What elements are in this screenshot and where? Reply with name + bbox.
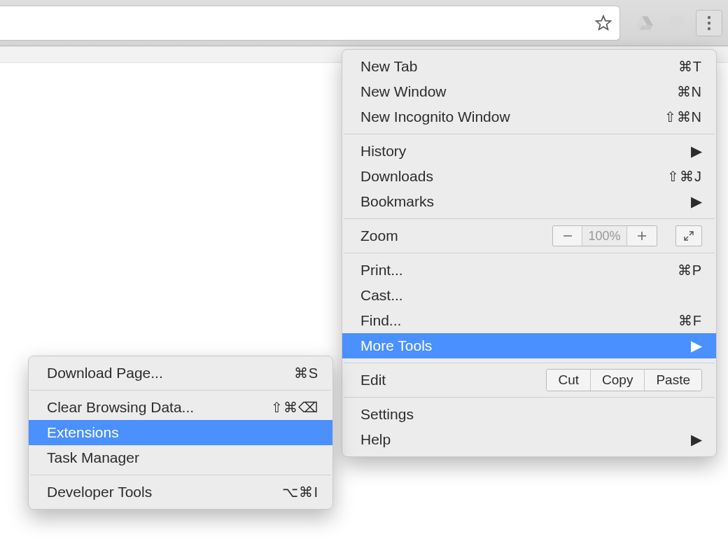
menu-label: Print... xyxy=(360,262,678,279)
menu-item-edit: Edit Cut Copy Paste xyxy=(342,368,716,393)
menu-label: Cast... xyxy=(360,287,702,304)
menu-separator xyxy=(344,397,715,398)
svg-point-3 xyxy=(708,27,710,29)
submenu-arrow-icon: ▶ xyxy=(691,337,702,354)
menu-shortcut: ⌘T xyxy=(678,58,702,75)
menu-item-bookmarks[interactable]: Bookmarks ▶ xyxy=(342,189,716,214)
submenu-item-download-page[interactable]: Download Page... ⌘S xyxy=(29,360,332,386)
cut-button[interactable]: Cut xyxy=(547,370,591,391)
menu-shortcut: ⌘F xyxy=(678,312,702,329)
submenu-item-developer-tools[interactable]: Developer Tools ⌥⌘I xyxy=(29,479,332,505)
menu-label: Edit xyxy=(360,372,546,388)
svg-marker-0 xyxy=(596,15,611,29)
menu-label: Task Manager xyxy=(47,449,318,466)
menu-item-settings[interactable]: Settings xyxy=(342,402,716,427)
chrome-menu-button[interactable] xyxy=(696,10,722,36)
submenu-arrow-icon: ▶ xyxy=(691,143,702,160)
address-bar[interactable] xyxy=(0,6,620,41)
svg-point-1 xyxy=(708,15,710,18)
submenu-item-task-manager[interactable]: Task Manager xyxy=(29,445,332,470)
menu-item-zoom: Zoom 100% xyxy=(342,223,716,248)
copy-button[interactable]: Copy xyxy=(591,370,645,391)
edit-button-group: Cut Copy Paste xyxy=(546,369,702,391)
menu-label: History xyxy=(360,143,691,160)
menu-shortcut: ⇧⌘J xyxy=(667,168,702,185)
menu-item-downloads[interactable]: Downloads ⇧⌘J xyxy=(342,164,716,189)
menu-separator xyxy=(344,134,715,134)
menu-label: Download Page... xyxy=(47,365,294,382)
menu-label: Zoom xyxy=(360,227,552,244)
menu-item-more-tools[interactable]: More Tools ▶ xyxy=(342,333,716,358)
zoom-group: 100% xyxy=(552,225,657,246)
adblock-extension-icon[interactable] xyxy=(664,10,690,36)
menu-label: Find... xyxy=(360,312,678,329)
menu-shortcut: ⌥⌘I xyxy=(282,484,318,500)
toolbar-extension-icons xyxy=(631,10,722,36)
address-bar-container xyxy=(0,6,620,41)
menu-separator xyxy=(30,475,331,475)
zoom-out-button[interactable] xyxy=(553,226,582,246)
menu-item-new-tab[interactable]: New Tab ⌘T xyxy=(342,54,716,79)
menu-item-new-window[interactable]: New Window ⌘N xyxy=(342,79,716,104)
menu-item-help[interactable]: Help ▶ xyxy=(342,427,716,452)
menu-label: Settings xyxy=(360,406,702,423)
menu-label: New Window xyxy=(360,83,677,100)
menu-label: New Tab xyxy=(360,58,678,75)
zoom-in-button[interactable] xyxy=(627,226,657,246)
menu-shortcut: ⌘S xyxy=(294,365,318,382)
paste-button[interactable]: Paste xyxy=(645,370,701,391)
menu-label: Clear Browsing Data... xyxy=(47,399,271,416)
zoom-value: 100% xyxy=(582,226,627,246)
menu-item-print[interactable]: Print... ⌘P xyxy=(342,258,716,283)
menu-label: New Incognito Window xyxy=(360,108,664,125)
menu-separator xyxy=(30,390,331,391)
browser-toolbar xyxy=(0,0,728,46)
menu-item-find[interactable]: Find... ⌘F xyxy=(342,308,716,333)
menu-label: Downloads xyxy=(360,168,667,185)
menu-shortcut: ⇧⌘⌫ xyxy=(271,399,318,416)
svg-line-7 xyxy=(690,232,693,235)
submenu-arrow-icon: ▶ xyxy=(691,431,702,448)
drive-extension-icon[interactable] xyxy=(631,10,658,36)
menu-item-new-incognito[interactable]: New Incognito Window ⇧⌘N xyxy=(342,104,716,130)
menu-separator xyxy=(344,218,715,219)
menu-label: Help xyxy=(360,431,691,448)
menu-item-history[interactable]: History ▶ xyxy=(342,139,716,164)
chrome-main-menu: New Tab ⌘T New Window ⌘N New Incognito W… xyxy=(342,49,717,457)
more-tools-submenu: Download Page... ⌘S Clear Browsing Data.… xyxy=(28,356,333,510)
menu-separator xyxy=(344,253,715,253)
zoom-controls: 100% xyxy=(552,225,702,246)
menu-label: Extensions xyxy=(47,424,318,441)
menu-separator xyxy=(344,363,715,363)
submenu-item-extensions[interactable]: Extensions xyxy=(29,420,332,445)
svg-point-2 xyxy=(708,21,710,24)
menu-shortcut: ⌘N xyxy=(677,83,702,100)
menu-label: Developer Tools xyxy=(47,484,282,500)
svg-line-8 xyxy=(685,237,688,240)
menu-shortcut: ⌘P xyxy=(678,262,702,279)
menu-shortcut: ⇧⌘N xyxy=(664,108,702,125)
fullscreen-button[interactable] xyxy=(676,225,702,246)
submenu-item-clear-browsing-data[interactable]: Clear Browsing Data... ⇧⌘⌫ xyxy=(29,395,332,420)
bookmark-star-icon[interactable] xyxy=(594,14,612,32)
menu-label: More Tools xyxy=(360,337,691,354)
menu-item-cast[interactable]: Cast... xyxy=(342,283,716,308)
menu-label: Bookmarks xyxy=(360,193,691,210)
submenu-arrow-icon: ▶ xyxy=(691,193,702,210)
